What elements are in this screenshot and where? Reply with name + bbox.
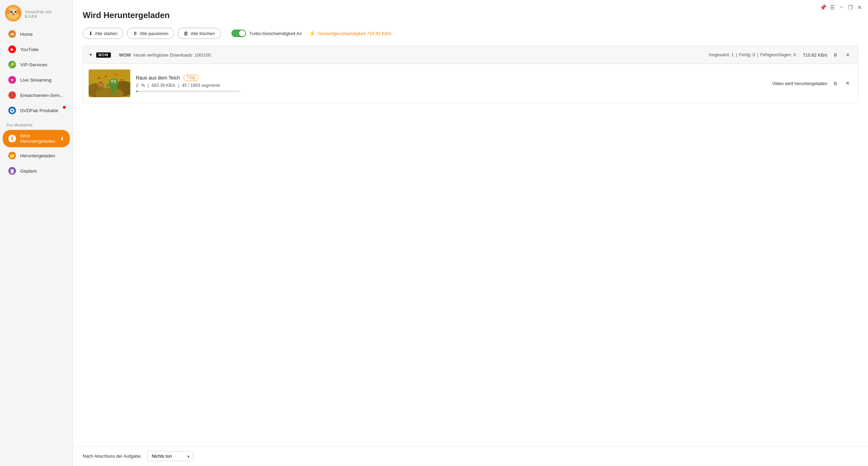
svg-point-10 [7, 11, 9, 13]
delete-all-button[interactable]: 🗑 Alle löschen [178, 28, 221, 39]
start-icon: ⬇ [89, 31, 93, 36]
adult-icon: 🔞 [8, 91, 16, 99]
nav-dvdfab[interactable]: 💿 DVDFab Produkte [3, 103, 70, 118]
speed-label: Gesamtgeschwindigkeit 710.82 KB/s [318, 31, 392, 36]
progress-bar-fill [136, 91, 138, 92]
trash-icon: 🗑 [183, 31, 188, 36]
item-close-button[interactable]: ✕ [843, 78, 852, 88]
pin-button[interactable]: 📌 [819, 3, 827, 11]
app-logo: StreamFab x64 6.1.8.6 [0, 0, 73, 26]
download-title: Raus aus dem Teich [136, 75, 180, 81]
livestreaming-icon: ♥ [8, 76, 16, 84]
download-actions: Video wird heruntergeladen ⏸ ✕ [772, 78, 852, 88]
svg-point-24 [115, 81, 115, 82]
logo-icon [5, 5, 22, 22]
svg-point-30 [100, 82, 101, 83]
service-name [114, 52, 116, 58]
group-close-button[interactable]: ✕ [843, 50, 852, 59]
youtube-icon: ▶ [8, 45, 16, 53]
download-title-row: Raus aus dem Teich 720p [136, 75, 767, 81]
nav-downloading[interactable]: ⬇ Wird Heruntergeladen ⬇ [3, 130, 70, 147]
downloads-count: WOW Heute verfügbare Downloads: 100/100 [119, 52, 705, 58]
svg-point-23 [112, 81, 113, 82]
download-speed: 683.39 KB/s [152, 83, 175, 88]
app-name: StreamFab x64 [25, 8, 51, 14]
close-button[interactable]: ✕ [855, 3, 863, 11]
page-title: Wird Heruntergeladen [83, 10, 858, 20]
nav-livestreaming-label: Live Streaming [20, 77, 51, 83]
turbo-toggle-switch[interactable] [231, 30, 246, 37]
group-speed: 710.82 KB/s [803, 52, 827, 58]
home-icon: 🏠 [8, 30, 16, 38]
nav-adult[interactable]: 🔞 Erwachsenen-Serv... [3, 88, 70, 102]
nav-home-label: Home [20, 32, 33, 37]
downloading-icon: ⬇ [8, 135, 16, 142]
download-item: Raus aus dem Teich 720p 2% | 683.39 KB/s… [83, 64, 858, 103]
nav-adult-label: Erwachsenen-Serv... [20, 93, 63, 98]
app-version: 6.1.8.6 [25, 14, 51, 18]
quality-badge: 720p [183, 75, 199, 81]
toolbar: ⬇ Alle starten ⏸ Alle pausieren 🗑 Alle l… [83, 28, 858, 39]
pause-all-button[interactable]: ⏸ Alle pausieren [127, 28, 174, 39]
pause-icon: ⏸ [133, 31, 138, 36]
svg-point-12 [17, 11, 19, 13]
restore-button[interactable]: ❐ [846, 3, 854, 11]
planned-icon: 📋 [8, 167, 16, 175]
svg-point-27 [106, 84, 109, 86]
turbo-toggle-group: Turbo-Geschwindigkeit An [231, 30, 302, 37]
nav-planned[interactable]: 📋 Geplant [3, 164, 70, 178]
download-info: Raus aus dem Teich 720p 2% | 683.39 KB/s… [136, 75, 767, 92]
wow-badge: WOW [96, 52, 111, 58]
collapse-button[interactable]: ▼ [89, 52, 93, 57]
dvdfab-badge [63, 106, 66, 109]
dvdfab-icon: 💿 [8, 107, 16, 114]
nav-vip-label: VIP-Services [20, 62, 47, 67]
start-all-button[interactable]: ⬇ Alle starten [83, 28, 123, 39]
library-section-label: Ihre Mediathek [0, 118, 73, 129]
sidebar: StreamFab x64 6.1.8.6 🏠 Home ▶ YouTube 🔑… [0, 0, 73, 466]
bottom-bar: Nach Abschluss der Aufgabe: Nichts tun H… [73, 446, 868, 466]
nav-dvdfab-label: DVDFab Produkte [20, 108, 58, 113]
nav-vip[interactable]: 🔑 VIP-Services [3, 57, 70, 72]
nav-downloading-label: Wird Heruntergeladen [20, 133, 55, 144]
download-group: ▼ WOW WOW Heute verfügbare Downloads: 10… [83, 46, 858, 103]
main-content: 📌 ☰ − ❐ ✕ Wird Heruntergeladen ⬇ Alle st… [73, 0, 868, 466]
download-thumbnail [89, 69, 130, 97]
nav-livestreaming[interactable]: ♥ Live Streaming [3, 73, 70, 87]
menu-button[interactable]: ☰ [828, 3, 836, 11]
after-task-select-wrap: Nichts tun Herunterfahren Ruhezustand Be… [147, 451, 193, 461]
nav-downloaded[interactable]: 📁 Heruntergeladen [3, 148, 70, 163]
download-meta: 2% | 683.39 KB/s | 45 / 1803 segments [136, 83, 767, 88]
lightning-icon: ⚡ [309, 30, 316, 37]
logo-text: StreamFab x64 6.1.8.6 [25, 8, 51, 18]
svg-point-20 [110, 83, 117, 92]
content-area: Wird Heruntergeladen ⬇ Alle starten ⏸ Al… [73, 0, 868, 446]
speed-display: ⚡ Gesamtgeschwindigkeit 710.82 KB/s [309, 30, 392, 37]
svg-point-31 [101, 82, 102, 83]
group-pause-button[interactable]: ⏸ [831, 50, 840, 59]
pause-all-label: Alle pausieren [140, 31, 168, 36]
nav-home[interactable]: 🏠 Home [3, 27, 70, 41]
nav-planned-label: Geplant [20, 168, 36, 174]
turbo-label: Turbo-Geschwindigkeit An [249, 31, 302, 36]
progress-percent: 2 [136, 83, 138, 88]
after-task-select[interactable]: Nichts tun Herunterfahren Ruhezustand Be… [147, 451, 193, 461]
svg-point-29 [99, 81, 103, 85]
svg-point-4 [10, 11, 13, 13]
minimize-button[interactable]: − [837, 3, 845, 11]
nav-youtube[interactable]: ▶ YouTube [3, 42, 70, 57]
nav-downloaded-label: Heruntergeladen [20, 153, 55, 158]
svg-point-6 [11, 11, 12, 12]
svg-rect-25 [111, 90, 113, 94]
downloaded-icon: 📁 [8, 152, 16, 159]
titlebar: 📌 ☰ − ❐ ✕ [814, 0, 868, 15]
nav-youtube-label: YouTube [20, 47, 39, 52]
download-status: Video wird heruntergeladen [772, 81, 827, 86]
dl-stats: Insgesamt: 1 | Fertig: 0 | Fehlgeschlage… [709, 52, 796, 57]
segments-info: 45 / 1803 segments [182, 83, 220, 88]
progress-bar [136, 91, 240, 92]
vip-icon: 🔑 [8, 61, 16, 68]
item-pause-button[interactable]: ⏸ [830, 78, 840, 88]
download-group-header: ▼ WOW WOW Heute verfügbare Downloads: 10… [83, 46, 858, 64]
downloading-arrow-icon: ⬇ [60, 136, 64, 141]
